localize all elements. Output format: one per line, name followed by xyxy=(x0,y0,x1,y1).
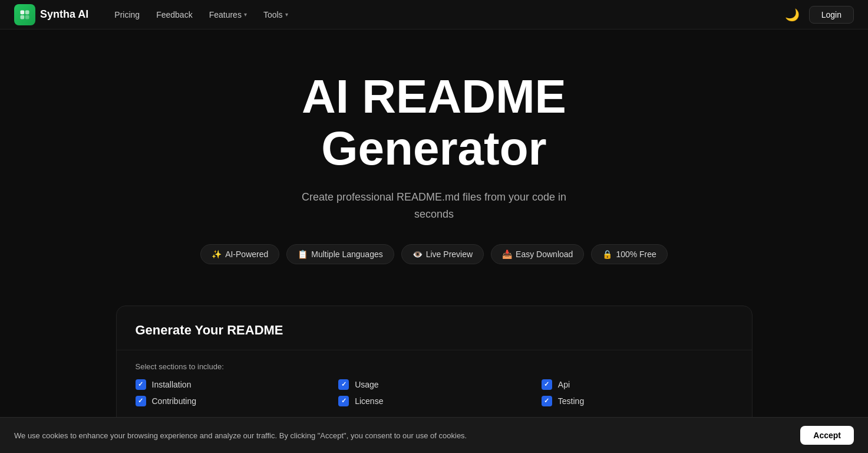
checkbox-installation-box[interactable] xyxy=(136,379,146,390)
checkbox-contributing-box[interactable] xyxy=(136,396,146,406)
sections-area: Select sections to include: Installation… xyxy=(117,350,752,406)
checkbox-license-box[interactable] xyxy=(338,396,349,406)
card-header: Generate Your README xyxy=(117,306,752,350)
checkbox-contributing[interactable]: Contributing xyxy=(136,396,327,406)
badge-easy-download: 📥 Easy Download xyxy=(491,244,584,264)
sections-label: Select sections to include: xyxy=(136,362,733,371)
cookie-banner: We use cookies to enhance your browsing … xyxy=(0,417,868,453)
nav-features[interactable]: Features ▾ xyxy=(202,6,254,23)
navbar: Syntha AI Pricing Feedback Features ▾ To… xyxy=(0,0,868,29)
checkbox-api[interactable]: Api xyxy=(542,379,733,390)
badge-ai-powered: ✨ AI-Powered xyxy=(200,244,279,264)
svg-rect-1 xyxy=(25,10,29,14)
hero-section: AI README Generator Create professional … xyxy=(0,29,868,294)
theme-toggle-button[interactable]: 🌙 xyxy=(783,5,802,24)
eye-icon: 👁️ xyxy=(412,250,423,259)
features-chevron-icon: ▾ xyxy=(244,11,247,18)
navbar-right: 🌙 Login xyxy=(783,5,854,24)
checkbox-license[interactable]: License xyxy=(338,396,530,406)
svg-rect-0 xyxy=(21,10,25,14)
nav-feedback[interactable]: Feedback xyxy=(149,6,199,23)
badge-100-free: 🔒 100% Free xyxy=(591,244,667,264)
tools-chevron-icon: ▾ xyxy=(285,11,288,18)
checkbox-installation[interactable]: Installation xyxy=(136,379,327,390)
checkbox-usage-box[interactable] xyxy=(338,379,349,390)
sparkles-icon: ✨ xyxy=(212,250,222,259)
login-button[interactable]: Login xyxy=(809,6,854,24)
cookie-text: We use cookies to enhance your browsing … xyxy=(14,431,467,440)
lock-icon: 🔒 xyxy=(602,250,612,259)
logo[interactable]: Syntha AI xyxy=(14,4,88,25)
feature-badges: ✨ AI-Powered 📋 Multiple Languages 👁️ Liv… xyxy=(12,244,856,264)
logo-icon xyxy=(14,4,35,25)
notebook-icon: 📋 xyxy=(298,250,308,259)
download-icon: 📥 xyxy=(502,250,512,259)
svg-rect-2 xyxy=(21,15,25,19)
nav-tools[interactable]: Tools ▾ xyxy=(256,6,295,23)
checkbox-testing-box[interactable] xyxy=(542,396,552,406)
accept-cookies-button[interactable]: Accept xyxy=(800,426,854,445)
navbar-links: Pricing Feedback Features ▾ Tools ▾ xyxy=(107,6,782,23)
hero-subtitle: Create professional README.md files from… xyxy=(287,189,582,223)
logo-text: Syntha AI xyxy=(40,8,88,21)
checkbox-usage[interactable]: Usage xyxy=(338,379,530,390)
nav-pricing[interactable]: Pricing xyxy=(107,6,147,23)
card-title: Generate Your README xyxy=(136,323,733,338)
checkbox-testing[interactable]: Testing xyxy=(542,396,733,406)
svg-rect-3 xyxy=(25,15,29,19)
checkboxes-grid: Installation Usage Api Contributing Lice… xyxy=(136,379,733,406)
checkbox-api-box[interactable] xyxy=(542,379,552,390)
badge-live-preview: 👁️ Live Preview xyxy=(401,244,484,264)
hero-title: AI README Generator xyxy=(12,71,856,175)
badge-multiple-languages: 📋 Multiple Languages xyxy=(286,244,394,264)
